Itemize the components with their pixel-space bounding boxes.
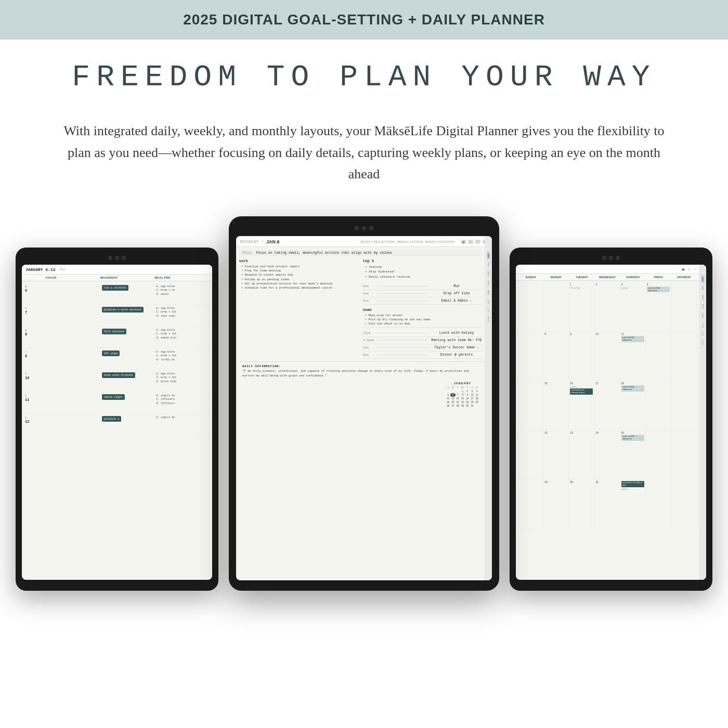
movement-activity: hot yoga xyxy=(102,350,120,356)
meal-line: l: wrap x sal xyxy=(156,376,207,380)
day-num: 9 xyxy=(25,354,27,358)
header-title: 2025 DIGITAL GOAL-SETTING + DAILY PLANNE… xyxy=(21,11,707,28)
day-letter: T xyxy=(25,350,27,354)
focus-text: Focus on taking small, meaningful action… xyxy=(256,251,392,255)
daily-main: focus Focus on taking small, meaningful … xyxy=(236,247,492,580)
focus-cell xyxy=(46,329,100,346)
cal-icon[interactable]: ▣ xyxy=(461,240,466,244)
day-num: 6 xyxy=(25,289,27,293)
focus-label: focus xyxy=(242,251,252,255)
sched-6pm: 6pm Taylor's Soccer Game ↓ xyxy=(363,344,483,352)
month-tab-feb[interactable]: FEB xyxy=(701,284,705,292)
col-hdr-focus: FOCUS xyxy=(46,276,100,279)
tablet-left: JANUARY 6–12 WEE FOCUS movement meal pre… xyxy=(16,248,218,591)
tab-apr[interactable]: APR xyxy=(487,279,490,288)
tab-weekly-overview[interactable]: WEEKLY OVERVIEW xyxy=(425,240,454,243)
camera-dot2 xyxy=(115,256,119,260)
weekly-title: JANUARY 6–12 xyxy=(25,267,56,272)
meal-cell: b: egg bitesl: wrap x sald: pizza nigh xyxy=(154,372,209,389)
day-label: M 6 xyxy=(25,285,46,302)
m-star-icon[interactable]: ☆ xyxy=(687,267,691,271)
task-5: Set up presentation outline for next wee… xyxy=(239,282,359,286)
col-hdr-movement: movement xyxy=(100,276,155,279)
day-label: F 10 xyxy=(25,372,46,389)
movement-cell: salsa night xyxy=(100,394,155,411)
month-tab-jun[interactable]: JUN xyxy=(701,321,705,329)
month-tab-apr[interactable]: APR xyxy=(701,303,705,311)
right-dot3 xyxy=(616,256,620,260)
meal-line: b: yogurt bo xyxy=(156,394,207,398)
center-dot2 xyxy=(362,226,366,230)
meal-cell: b: egg bitesl: wrap x sad: pasta xyxy=(154,285,209,302)
home-2: Pick up dry cleaning on the way home xyxy=(363,318,483,322)
tab-weekly-reflections[interactable]: WEEKLY REFLECTIONS xyxy=(360,240,395,243)
mini-calendar: JANUARY SMTWTFS 1234 567891011 121314151… xyxy=(446,382,479,408)
tab-feb[interactable]: FEB xyxy=(487,261,490,268)
camera-dot3 xyxy=(122,256,126,260)
tab-aug[interactable]: AUG xyxy=(487,315,490,323)
meal-cell: b: egg bitesl: wrap x sald: turkey bu xyxy=(154,350,209,368)
daily-content: focus Focus on taking small, meaningful … xyxy=(236,247,492,580)
tab-mar[interactable]: MAR xyxy=(487,270,490,278)
camera-bar-left xyxy=(22,254,212,262)
movement-cell: hike with Friends xyxy=(100,372,155,389)
day-label: S 11 xyxy=(25,394,46,411)
focus-row: focus Focus on taking small, meaningful … xyxy=(239,250,483,256)
month-tab-jul[interactable]: JUL xyxy=(701,330,705,338)
work-col: work Finalize and send project report Pr… xyxy=(239,259,359,359)
right-tabs-strip: JAN FEB MAR APR MAY JUN JUL AUG xyxy=(485,236,492,580)
meal-line: d: leftovers xyxy=(156,402,207,406)
work-label: work xyxy=(239,259,359,263)
month-tab-may[interactable]: MAY xyxy=(701,312,705,320)
meal-cell: b: egg bitesl: wrap x sald: taco nigh. xyxy=(154,307,209,324)
month-tab-aug[interactable]: AUG xyxy=(701,339,705,347)
sched-330: 3:30pm Meeting with team Re: FYE xyxy=(363,337,483,344)
tab-jun[interactable]: JUN xyxy=(487,298,490,306)
monthly-header: ... ▣ ☆ ♡ ⊞ xyxy=(516,265,706,274)
month-week-3: 15 16 payday clubmakse live training at … xyxy=(518,381,697,430)
day-num: 11 xyxy=(25,398,29,402)
weekly-row: S 11 salsa night b: yogurt bol: leftover… xyxy=(25,392,209,414)
tab-weekly-actions[interactable]: WEEKLY ACTIONS xyxy=(397,240,423,243)
tab-jan[interactable]: JAN xyxy=(487,252,490,260)
day-label: T 7 xyxy=(25,307,46,324)
m-heart-icon[interactable]: ♡ xyxy=(693,267,697,271)
center-dot1 xyxy=(355,226,359,230)
day-letter: T xyxy=(25,307,27,310)
m-cal-icon[interactable]: ▣ xyxy=(681,267,685,271)
monthly-planner: ... ▣ ☆ ♡ ⊞ JAN FEB MAR APR MAY xyxy=(516,265,706,580)
star-icon[interactable]: ☆ xyxy=(468,240,473,244)
left-screen: JANUARY 6–12 WEE FOCUS movement meal pre… xyxy=(22,265,212,580)
day-num: 8 xyxy=(25,332,27,336)
weekly-planner: JANUARY 6–12 WEE FOCUS movement meal pre… xyxy=(22,265,212,580)
heart-icon[interactable]: ♡ xyxy=(475,240,480,244)
weekly-row: T 7 pilates x core workout b: egg bitesl… xyxy=(25,305,209,327)
tab-jul[interactable]: JUL xyxy=(487,307,490,315)
movement-cell: pilates x core workout xyxy=(100,307,155,324)
tab-icons: ▣ ☆ ♡ ⊞ xyxy=(461,240,488,244)
movement-cell: hot yoga xyxy=(100,350,155,368)
focus-cell xyxy=(46,285,100,302)
task-6: Schedule time for a professional develop… xyxy=(239,286,359,290)
meal-line: l: wrap x sal xyxy=(156,332,207,336)
month-week-1: 1 Year's Day 2 3 payday 4 zoom weekly re… xyxy=(518,282,697,331)
tab-may[interactable]: MAY xyxy=(487,289,490,297)
sched-home: home Meal prep for dinner Pick up dry cl… xyxy=(363,307,483,328)
weekly-row: T 9 hot yoga b: egg bitesl: wrap x sald:… xyxy=(25,348,209,370)
month-tab-mar[interactable]: MAR xyxy=(701,293,705,302)
sched-12pm: 12pm Lunch with Kelsey xyxy=(363,330,483,337)
month-tab-jan[interactable]: JAN xyxy=(701,275,705,283)
sched-9am: 9am Email & Admin ↓ xyxy=(363,297,483,305)
meal-line: l: leftovers xyxy=(156,398,207,402)
description-text: With integrated daily, weekly, and month… xyxy=(0,105,728,201)
meal-line: b: yogurt bo xyxy=(156,416,207,420)
movement-cell: run x stretch xyxy=(100,285,155,302)
date-value: JAN 6 xyxy=(266,239,280,244)
meal-line: d: taco nigh. xyxy=(156,315,207,319)
date-label: MONDAY xyxy=(240,240,259,243)
task-2: Prep for team meeting xyxy=(239,269,359,273)
movement-activity: hike with Friends xyxy=(102,372,135,378)
center-screen: MONDAY | JAN 6 WEEKLY REFLECTIONS WEEKLY… xyxy=(236,236,492,580)
right-dot1 xyxy=(602,256,606,260)
sched-6am: 6am Run xyxy=(363,283,483,290)
